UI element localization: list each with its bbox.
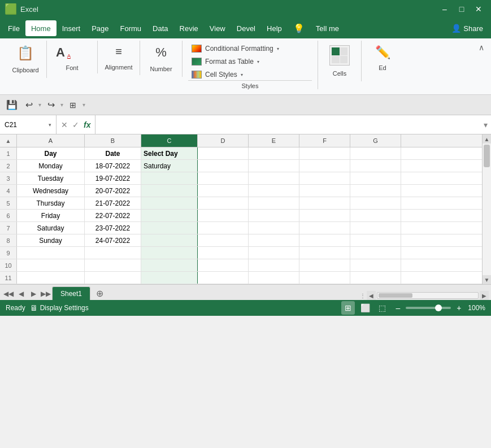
ribbon-collapse-button[interactable]: ∧ [476,41,486,54]
col-header-d[interactable]: D [198,134,249,147]
menu-tellme[interactable]: Tell me [310,20,345,36]
customize-qat-button[interactable]: ⊞ [66,98,80,112]
sheet-tab-sheet1[interactable]: Sheet1 [52,286,90,300]
undo-dropdown[interactable]: ▾ [38,102,41,108]
list-item[interactable]: 22-07-2022 [85,210,141,221]
list-item[interactable] [85,247,141,259]
col-header-b[interactable]: B [85,134,141,147]
row-header-8[interactable]: 8 [0,234,17,246]
list-item[interactable]: 23-07-2022 [85,222,141,234]
col-header-c[interactable]: C [141,134,198,147]
list-item[interactable] [249,160,299,172]
list-item[interactable] [141,185,198,197]
list-item[interactable] [299,247,350,259]
row-header-10[interactable]: 10 [0,259,17,271]
list-item[interactable]: Date [85,147,141,159]
list-item[interactable] [198,197,249,209]
list-item[interactable]: Monday [17,160,85,172]
list-item[interactable] [17,259,85,271]
menu-page[interactable]: Page [86,20,114,36]
list-item[interactable] [249,222,299,234]
list-item[interactable] [249,185,299,197]
row-header-1[interactable]: 1 [0,147,17,159]
list-item[interactable] [299,172,350,184]
list-item[interactable] [249,259,299,271]
row-header-11[interactable]: 11 [0,272,17,284]
sheet-nav-prev[interactable]: ◀ [15,288,27,300]
list-item[interactable]: Saturday [141,160,198,172]
list-item[interactable] [249,147,299,159]
cell-styles-button[interactable]: Cell Styles ▾ [188,69,312,80]
list-item[interactable] [198,160,249,172]
list-item[interactable] [299,222,350,234]
list-item[interactable] [299,234,350,246]
menu-data[interactable]: Data [147,20,173,36]
list-item[interactable] [141,272,198,284]
scrollbar-thumb[interactable] [484,145,490,167]
list-item[interactable] [141,234,198,246]
menu-review[interactable]: Revie [174,20,204,36]
list-item[interactable] [350,197,401,209]
list-item[interactable] [17,247,85,259]
list-item[interactable] [198,259,249,271]
menu-lightbulb[interactable]: 💡 [288,20,310,36]
list-item[interactable] [249,210,299,221]
list-item[interactable] [350,160,401,172]
redo-button[interactable]: ↪ [44,98,58,112]
font-button[interactable]: A A [51,43,93,62]
list-item[interactable]: 19-07-2022 [85,172,141,184]
row-header-9[interactable]: 9 [0,247,17,259]
list-item[interactable] [198,222,249,234]
row-header-4[interactable]: 4 [0,185,17,197]
menu-formulas[interactable]: Formu [115,20,147,36]
row-header-7[interactable]: 7 [0,222,17,234]
row-header-5[interactable]: 5 [0,197,17,209]
list-item[interactable]: Thursday [17,197,85,209]
list-item[interactable]: 18-07-2022 [85,160,141,172]
h-scroll-left-button[interactable]: ◀ [367,291,376,300]
list-item[interactable]: 24-07-2022 [85,234,141,246]
list-item[interactable]: Saturday [17,222,85,234]
redo-dropdown[interactable]: ▾ [60,102,63,108]
editing-button[interactable]: ✏️ [368,43,397,62]
list-item[interactable] [350,222,401,234]
list-item[interactable] [141,259,198,271]
list-item[interactable] [249,234,299,246]
list-item[interactable]: Day [17,147,85,159]
status-settings[interactable]: 🖥 Display Settings [30,303,89,312]
clipboard-button[interactable]: 📋 [11,43,40,64]
name-box[interactable]: C21 ▾ [0,115,57,134]
horizontal-scrollbar[interactable]: ⋮ ◀ ▶ [360,291,491,300]
list-item[interactable] [350,210,401,221]
h-scroll-track[interactable] [377,292,479,299]
formula-bar-dropdown[interactable]: ▾ [480,120,491,129]
list-item[interactable] [198,234,249,246]
qat-customize-arrow[interactable]: ▾ [82,102,85,108]
list-item[interactable] [198,172,249,184]
row-header-6[interactable]: 6 [0,210,17,221]
format-as-table-button[interactable]: Format as Table ▾ [188,56,312,67]
save-button[interactable]: 💾 [5,98,19,112]
sheet-nav-first[interactable]: ◀◀ [2,288,15,300]
list-item[interactable] [350,272,401,284]
list-item[interactable]: Sunday [17,234,85,246]
list-item[interactable] [249,197,299,209]
cells-button[interactable] [325,43,354,68]
list-item[interactable] [198,210,249,221]
list-item[interactable] [350,259,401,271]
list-item[interactable] [141,172,198,184]
list-item[interactable] [299,147,350,159]
list-item[interactable] [17,272,85,284]
menu-view[interactable]: View [204,20,231,36]
col-header-g[interactable]: G [350,134,401,147]
formula-fx-button[interactable]: fx [84,120,90,129]
scrollbar-track[interactable] [483,143,491,275]
zoom-in-button[interactable]: + [453,302,464,314]
list-item[interactable] [350,234,401,246]
row-header-2[interactable]: 2 [0,160,17,172]
list-item[interactable] [141,247,198,259]
list-item[interactable] [198,147,249,159]
menu-developer[interactable]: Devel [231,20,261,36]
formula-cancel-button[interactable]: ✕ [61,120,68,129]
list-item[interactable] [141,222,198,234]
